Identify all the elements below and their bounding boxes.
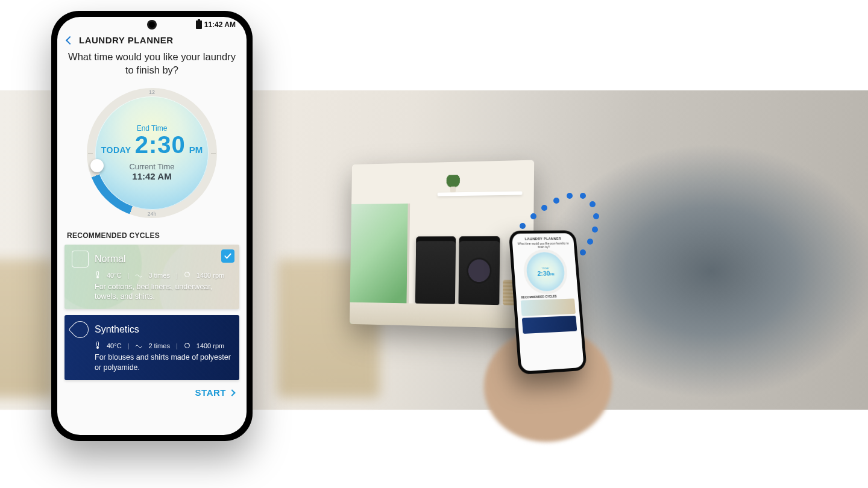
dial-tick-12: 12 xyxy=(149,89,155,95)
dial-tick xyxy=(88,153,93,154)
current-time-value: 11:42 AM xyxy=(132,171,171,181)
washer-appliance xyxy=(415,236,456,304)
prompt-text: What time would you like your laundry to… xyxy=(57,50,247,77)
laundry-room-photo xyxy=(350,160,534,329)
svg-rect-0 xyxy=(97,271,99,276)
status-time: 11:42 AM xyxy=(204,20,236,29)
rinse-icon xyxy=(135,342,142,349)
selected-check-icon[interactable] xyxy=(221,249,234,263)
end-time-today: TODAY xyxy=(101,145,131,155)
battery-icon xyxy=(196,20,202,29)
mini-cycle-card xyxy=(522,316,577,334)
dial-face: End Time TODAY 2:30 PM Current Time 11:4… xyxy=(95,96,209,210)
status-bar: 11:42 AM xyxy=(57,17,247,33)
start-button[interactable]: START xyxy=(57,386,247,406)
svg-rect-3 xyxy=(97,342,99,346)
back-icon[interactable] xyxy=(66,36,74,44)
cycle-name: Normal xyxy=(95,254,126,264)
spin-icon xyxy=(184,342,190,350)
cycle-description: For cottons, bed linens, underwear, towe… xyxy=(95,282,232,302)
primary-phone-frame: 11:42 AM LAUNDRY PLANNER What time would… xyxy=(51,11,253,441)
bg-stool xyxy=(0,259,54,398)
shirt-icon xyxy=(72,251,89,267)
dryer-appliance xyxy=(458,236,500,305)
mini-cycle-card xyxy=(521,298,576,316)
page-title: LAUNDRY PLANNER xyxy=(79,35,174,45)
recommended-cycles-title: RECOMMENDED CYCLES xyxy=(57,223,247,245)
current-time-label: Current Time xyxy=(129,162,174,171)
cycle-meta: 40°C | 3 times | 1400 rpm xyxy=(95,271,232,280)
rinse-icon xyxy=(135,272,142,279)
thermometer-icon xyxy=(95,271,101,280)
synthetics-icon xyxy=(68,318,92,342)
chevron-right-icon xyxy=(228,389,235,396)
start-label: START xyxy=(195,387,226,398)
svg-point-4 xyxy=(96,346,99,349)
dial-knob[interactable] xyxy=(90,159,104,172)
cycle-meta: 40°C | 2 times | 1400 rpm xyxy=(95,342,232,350)
spin-icon xyxy=(184,271,190,279)
mini-rec-title: RECOMMENDED CYCLES xyxy=(521,295,557,299)
dial-tick xyxy=(211,153,216,154)
cycle-card-synthetics[interactable]: Synthetics 40°C | 2 times | 1400 rpm For… xyxy=(64,315,239,380)
thermometer-icon xyxy=(95,342,101,350)
time-dial[interactable]: 12 24h End Time TODAY 2:30 PM Current Ti… xyxy=(87,88,217,218)
dial-tick-24: 24h xyxy=(147,211,156,217)
phone-screen: 11:42 AM LAUNDRY PLANNER What time would… xyxy=(57,17,247,435)
mini-dial: TODAY 2:30PM xyxy=(525,252,565,292)
end-time-period: PM xyxy=(189,145,203,155)
cycle-description: For blouses and shirts made of polyester… xyxy=(95,352,232,373)
end-time-value: 2:30 xyxy=(135,131,186,158)
cycle-name: Synthetics xyxy=(95,324,139,335)
mini-question: What time would you like your laundry to… xyxy=(512,240,574,251)
plant-icon xyxy=(446,175,461,192)
secondary-phone: LAUNDRY PLANNER What time would you like… xyxy=(509,230,587,375)
svg-point-1 xyxy=(96,276,99,278)
cycle-card-normal[interactable]: Normal 40°C | 3 times | 1400 rpm For cot… xyxy=(64,245,239,310)
